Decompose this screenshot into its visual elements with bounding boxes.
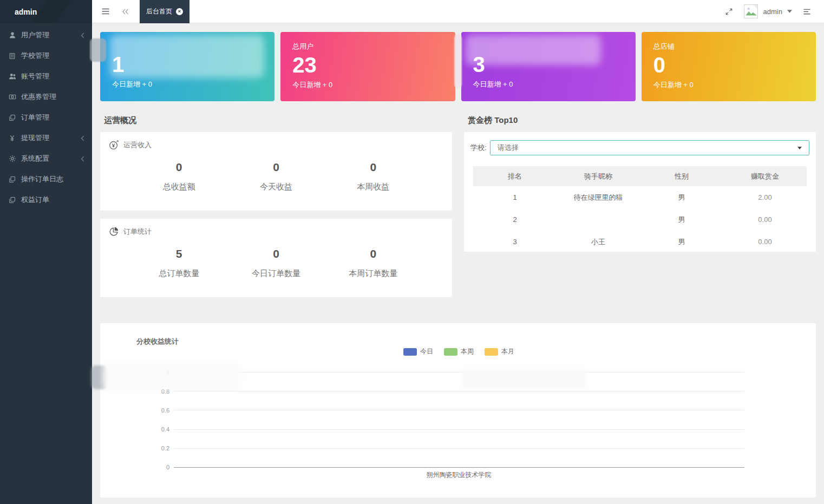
table-row: 1 待在绿匣里的猫 男 2.00 — [473, 186, 807, 208]
y-tick-label: 0.8 — [154, 388, 169, 395]
table-header-cell: 骑手昵称 — [557, 166, 640, 186]
stat-card-title: 总用户 — [292, 42, 443, 51]
gridline — [174, 372, 744, 372]
stat-label: 总收益额 — [130, 182, 227, 192]
sidebar-item[interactable]: 订单管理 — [0, 107, 92, 128]
table-header-cell: 排名 — [473, 166, 557, 186]
section-heading-operations: 运营概况 — [104, 115, 452, 123]
legend-label: 今日 — [420, 347, 433, 356]
sidebar-item[interactable]: 优惠券管理 — [0, 87, 92, 107]
branch-earnings-chart: 分校收益统计 今日 本周 本月 — [100, 323, 816, 498]
stat-card-title: 总店铺 — [653, 42, 804, 51]
income-icon — [109, 140, 119, 150]
legend-item[interactable]: 今日 — [403, 347, 433, 356]
chart-plot-area: 1 0.8 0.6 0.4 0. — [154, 372, 744, 468]
chevron-left-icon — [81, 156, 84, 162]
sidebar: admin 用户管理 学校管理 账号管理 优惠券管理 — [0, 0, 92, 504]
withdraw-icon — [8, 135, 17, 142]
settings-icon — [8, 155, 17, 162]
sidebar-item-label: 订单管理 — [21, 113, 49, 122]
y-tick-label: 1 — [154, 369, 169, 376]
tab-label: 后台首页 — [146, 7, 172, 16]
hamburger-icon[interactable] — [95, 8, 116, 15]
stat-label: 今天收益 — [227, 182, 324, 192]
chevron-left-icon — [81, 32, 84, 38]
stat-card-subtitle: 今日新增 + 0 — [653, 80, 804, 90]
stat-card-value: 0 — [653, 53, 804, 77]
sidebar-item[interactable]: 学校管理 — [0, 45, 92, 66]
stat-card: 总店铺 0 今日新增 + 0 — [642, 32, 816, 101]
cell-gender: 男 — [640, 231, 723, 253]
sidebar-item-label: 学校管理 — [21, 51, 49, 61]
sidebar-item[interactable]: 操作订单日志 — [0, 169, 92, 189]
cell-nickname: 待在绿匣里的猫 — [557, 186, 640, 208]
table-header-cell: 性别 — [640, 166, 723, 186]
table-row: 2 男 0.00 — [473, 208, 807, 231]
stat-card-subtitle: 今日新增 + 0 — [473, 80, 624, 89]
legend-item[interactable]: 本周 — [444, 347, 474, 356]
cell-bounty: 0.00 — [723, 208, 807, 231]
tab-dashboard[interactable]: 后台首页 × — [140, 0, 189, 23]
sidebar-item-label: 用户管理 — [21, 30, 49, 40]
sidebar-header: admin — [0, 0, 92, 23]
select-caret-icon — [797, 147, 802, 149]
orders-icon — [8, 114, 17, 121]
stat-card: 3 今日新增 + 0 — [461, 32, 636, 101]
sidebar-item[interactable]: 权益订单 — [0, 189, 92, 210]
gridline — [174, 448, 744, 449]
order-log-icon — [8, 176, 17, 183]
operations-section: 运营概况 运营收入 0 总收益额 0 — [100, 115, 452, 297]
app-title: admin — [15, 8, 37, 16]
table-header-row: 排名骑手昵称性别赚取赏金 — [473, 166, 807, 186]
fullscreen-icon[interactable] — [720, 8, 738, 15]
orders-panel-title: 订单统计 — [123, 227, 152, 237]
list-icon[interactable] — [797, 8, 817, 15]
stat-label: 总订单数量 — [130, 269, 227, 279]
sidebar-item[interactable]: 提现管理 — [0, 128, 92, 148]
chevron-left-icon — [81, 135, 84, 141]
stat-value: 5 — [130, 247, 227, 260]
stat-card-subtitle: 今日新增 + 0 — [292, 80, 443, 90]
stat-label: 本周收益 — [325, 182, 422, 192]
sidebar-item[interactable]: 系统配置 — [0, 148, 92, 169]
stat-card-subtitle: 今日新增 + 0 — [112, 80, 263, 89]
legend-label: 本月 — [501, 347, 514, 356]
stat-card-value: 23 — [292, 53, 443, 77]
sidebar-item[interactable]: 账号管理 — [0, 66, 92, 87]
tab-close-icon[interactable]: × — [176, 8, 183, 15]
stat-card-title — [112, 42, 263, 51]
legend-item[interactable]: 本月 — [485, 347, 514, 356]
y-tick-label: 0 — [154, 464, 169, 470]
income-stat: 0 总收益额 — [130, 161, 227, 192]
sidebar-item[interactable]: 用户管理 — [0, 25, 92, 45]
income-stat: 0 今天收益 — [227, 161, 324, 192]
cell-bounty: 2.00 — [723, 186, 807, 208]
rights-order-icon — [8, 197, 17, 204]
cell-gender: 男 — [640, 208, 723, 231]
caret-down-icon[interactable] — [787, 10, 792, 13]
bounty-card: 学校: 请选择 排名骑手昵称性别赚取赏金 — [464, 132, 816, 252]
gridline-row: 0.8 — [154, 391, 744, 391]
stat-card-value: 1 — [112, 53, 263, 77]
sidebar-item-label: 系统配置 — [21, 154, 49, 163]
school-select-value: 请选择 — [498, 143, 519, 153]
chart-title: 分校收益统计 — [136, 337, 179, 346]
avatar[interactable] — [743, 4, 758, 19]
username[interactable]: admin — [763, 8, 782, 16]
income-stat: 0 本周收益 — [325, 161, 422, 192]
legend-label: 本周 — [461, 347, 474, 356]
legend-swatch — [485, 348, 498, 356]
x-axis-label: 朔州陶瓷职业技术学院 — [173, 470, 744, 480]
stat-label: 今日订单数量 — [227, 269, 324, 279]
orders-stat: 5 总订单数量 — [130, 247, 227, 279]
stat-label: 本周订单数量 — [325, 269, 422, 279]
bounty-section: 赏金榜 Top10 学校: 请选择 排名骑手昵称性别赚取赏金 — [464, 115, 816, 297]
collapse-tabs-icon[interactable] — [116, 9, 135, 15]
y-tick-label: 0.2 — [154, 445, 169, 451]
income-panel-title: 运营收入 — [123, 140, 152, 150]
sidebar-menu: 用户管理 学校管理 账号管理 优惠券管理 — [0, 23, 92, 212]
school-select[interactable]: 请选择 — [490, 140, 809, 155]
y-tick-label: 0.4 — [154, 426, 169, 433]
coupon-icon — [8, 93, 17, 101]
cell-rank: 2 — [473, 208, 557, 231]
